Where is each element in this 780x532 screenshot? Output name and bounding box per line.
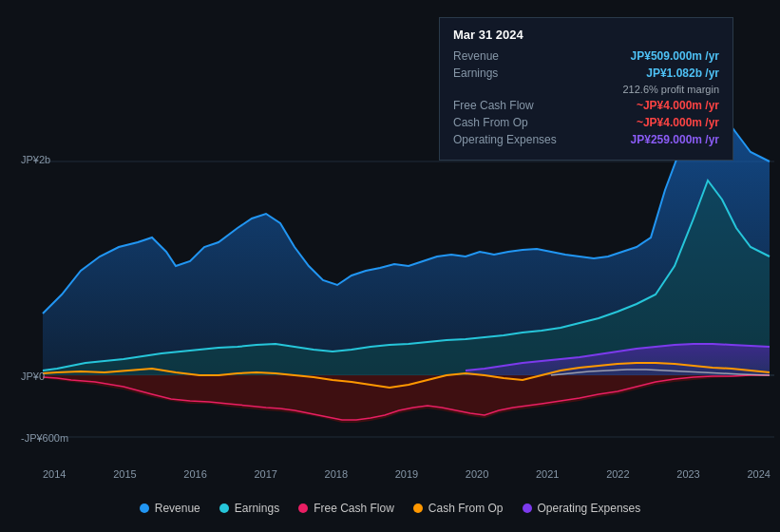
x-label-2022: 2022	[606, 468, 629, 480]
opex-value: JP¥259.000m /yr	[631, 133, 719, 146]
legend-dot-earnings	[219, 504, 229, 513]
cashop-value: ~JP¥4.000m /yr	[637, 116, 719, 129]
legend-label-earnings: Earnings	[235, 502, 279, 515]
chart-container: Mar 31 2024 Revenue JP¥509.000m /yr Earn…	[0, 0, 780, 532]
x-label-2023: 2023	[676, 468, 699, 480]
earnings-value: JP¥1.082b /yr	[646, 66, 719, 80]
cashop-label: Cash From Op	[453, 116, 577, 129]
x-label-2017: 2017	[254, 468, 276, 480]
tooltip-row-opex: Operating Expenses JP¥259.000m /yr	[453, 133, 719, 146]
legend-label-opex: Operating Expenses	[538, 502, 641, 515]
legend-dot-revenue	[140, 504, 149, 513]
legend-label-cashop: Cash From Op	[428, 502, 504, 515]
x-label-2024: 2024	[747, 468, 770, 480]
x-label-2020: 2020	[466, 468, 488, 480]
fcf-label: Free Cash Flow	[453, 99, 577, 112]
x-label-2014: 2014	[43, 468, 66, 480]
x-label-2016: 2016	[183, 468, 206, 480]
tooltip-row-earnings: Earnings JP¥1.082b /yr	[453, 66, 719, 80]
tooltip-row-cashop: Cash From Op ~JP¥4.000m /yr	[453, 116, 719, 129]
tooltip-title: Mar 31 2024	[453, 28, 719, 42]
legend-dot-fcf	[298, 504, 308, 513]
legend-cashop[interactable]: Cash From Op	[413, 502, 504, 515]
legend-label-fcf: Free Cash Flow	[314, 502, 394, 515]
legend-fcf[interactable]: Free Cash Flow	[298, 502, 394, 515]
profit-margin-value: 212.6% profit margin	[623, 84, 720, 95]
x-label-2018: 2018	[325, 468, 348, 480]
revenue-value: JP¥509.000m /yr	[631, 49, 719, 63]
fcf-value: ~JP¥4.000m /yr	[637, 99, 719, 112]
x-label-2015: 2015	[113, 468, 136, 480]
x-axis-labels: 2014 2015 2016 2017 2018 2019 2020 2021 …	[43, 468, 770, 480]
legend-revenue[interactable]: Revenue	[140, 502, 200, 515]
legend-opex[interactable]: Operating Expenses	[523, 502, 641, 515]
legend-dot-opex	[523, 504, 532, 513]
x-label-2019: 2019	[395, 468, 418, 480]
y-label-zero: JP¥0	[21, 370, 45, 382]
tooltip-row-fcf: Free Cash Flow ~JP¥4.000m /yr	[453, 99, 719, 112]
legend-label-revenue: Revenue	[155, 502, 200, 515]
y-label-top: JP¥2b	[21, 154, 50, 165]
x-label-2021: 2021	[536, 468, 559, 480]
chart-legend: Revenue Earnings Free Cash Flow Cash Fro…	[0, 502, 780, 515]
profit-margin-row: 212.6% profit margin	[453, 84, 719, 95]
legend-dot-cashop	[413, 504, 423, 513]
tooltip-box: Mar 31 2024 Revenue JP¥509.000m /yr Earn…	[439, 17, 733, 161]
opex-label: Operating Expenses	[453, 133, 577, 146]
tooltip-row-revenue: Revenue JP¥509.000m /yr	[453, 49, 719, 63]
y-label-neg: -JP¥600m	[21, 432, 68, 444]
legend-earnings[interactable]: Earnings	[219, 502, 279, 515]
revenue-label: Revenue	[453, 49, 577, 63]
earnings-label: Earnings	[453, 66, 577, 80]
